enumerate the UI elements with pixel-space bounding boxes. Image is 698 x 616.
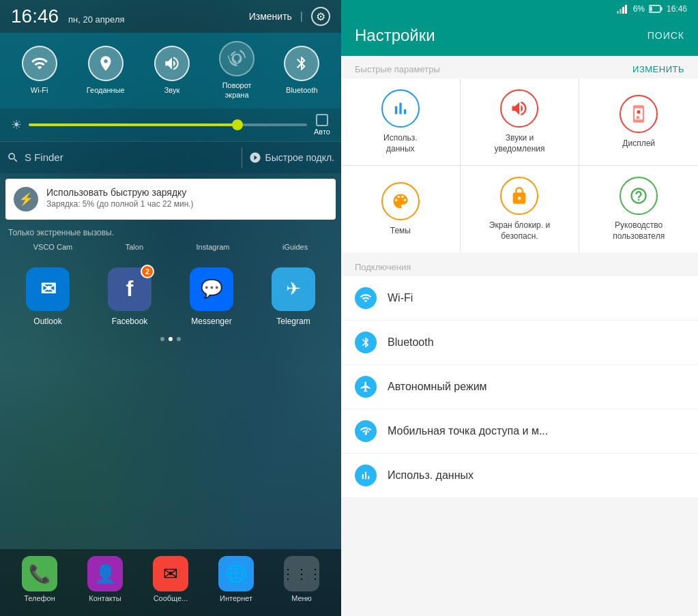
app-outlook[interactable]: ✉ Outlook xyxy=(17,267,78,326)
notification-subtitle: Зарядка: 5% (до полной 1 час 22 мин.) xyxy=(46,199,328,209)
dock-contacts[interactable]: 👤 Контакты xyxy=(87,556,123,602)
search-button[interactable]: ПОИСК xyxy=(648,30,684,41)
lockscreen-label: Экран блокир. ибезопасн. xyxy=(489,220,550,241)
connections-section: Подключения Wi-Fi Bluetooth Автономный р… xyxy=(341,252,698,498)
quick-params-label: Быстрые параметры ИЗМЕНИТЬ xyxy=(341,56,698,78)
edit-quick-params[interactable]: ИЗМЕНИТЬ xyxy=(632,64,684,74)
menu-icon: ⋮⋮⋮ xyxy=(284,556,319,591)
sfinder-button[interactable]: S Finder xyxy=(7,151,235,164)
toggle-geo[interactable]: Геоданные xyxy=(87,46,125,95)
rotate-toggle-label: Поворотэкрана xyxy=(222,80,252,100)
toggle-wifi[interactable]: Wi-Fi xyxy=(22,46,57,95)
bluetooth-toggle-label: Bluetooth xyxy=(286,85,317,95)
app-facebook[interactable]: f 2 Facebook xyxy=(99,267,160,326)
rotate-icon xyxy=(219,41,255,76)
display-icon xyxy=(620,95,658,133)
battery-percent: 6% xyxy=(633,4,645,14)
param-themes[interactable]: Темы xyxy=(341,166,460,252)
gear-icon[interactable]: ⚙ xyxy=(311,7,330,26)
iguides-label: iGuides xyxy=(282,243,308,251)
svg-rect-2 xyxy=(622,7,624,14)
charge-icon: ⚡ xyxy=(14,187,38,211)
data-conn-label: Использ. данных xyxy=(388,469,474,482)
page-dots xyxy=(0,333,341,345)
facebook-icon: f 2 xyxy=(108,267,151,311)
param-guide[interactable]: Руководствопользователя xyxy=(579,166,698,252)
telegram-label: Telegram xyxy=(276,317,310,326)
guide-icon xyxy=(620,177,658,215)
status-bar-right: 6% 16:46 xyxy=(341,0,698,18)
messenger-icon: 💬 xyxy=(190,267,233,311)
auto-checkbox[interactable] xyxy=(316,114,328,126)
bluetooth-conn-icon xyxy=(355,332,377,353)
contacts-icon: 👤 xyxy=(87,556,123,591)
geo-toggle-label: Геоданные xyxy=(87,85,125,95)
connections-label: Подключения xyxy=(341,252,698,276)
connection-hotspot[interactable]: Мобильная точка доступа и м... xyxy=(341,409,698,454)
connection-data[interactable]: Использ. данных xyxy=(341,454,698,498)
toggle-rotate[interactable]: Поворотэкрана xyxy=(219,41,255,100)
sound-icon xyxy=(154,46,190,81)
outlook-icon: ✉ xyxy=(26,267,70,311)
wifi-conn-label: Wi-Fi xyxy=(388,292,413,304)
hotspot-conn-label: Мобильная точка доступа и м... xyxy=(388,425,548,437)
quick-connect-button[interactable]: Быстрое подкл. xyxy=(249,151,334,164)
lockscreen-icon xyxy=(500,177,538,215)
phone-icon: 📞 xyxy=(22,556,57,591)
bluetooth-icon-left xyxy=(284,46,319,81)
top-apps-row: VSCO Cam Talon Instagram iGuides xyxy=(0,240,341,254)
toggle-sound[interactable]: Звук xyxy=(154,46,190,95)
notification-text: Использовать быструю зарядку Зарядка: 5%… xyxy=(46,187,328,209)
battery-icon xyxy=(649,5,663,13)
bottom-dock: 📞 Телефон 👤 Контакты ✉ Сообще... 🌐 Интер… xyxy=(0,549,341,616)
param-data-usage[interactable]: Использ.данных xyxy=(341,78,460,165)
edit-button-left[interactable]: Изменить xyxy=(249,11,292,22)
themes-label: Темы xyxy=(390,226,411,237)
data-conn-icon xyxy=(355,465,377,486)
facebook-label: Facebook xyxy=(112,317,148,326)
dot-1 xyxy=(160,337,164,341)
dock-internet[interactable]: 🌐 Интернет xyxy=(218,556,254,602)
sfinder-label: S Finder xyxy=(25,151,63,163)
connection-airplane[interactable]: Автономный режим xyxy=(341,365,698,409)
right-panel: 6% 16:46 Настройки ПОИСК Быстрые парамет… xyxy=(341,0,698,616)
wifi-toggle-label: Wi-Fi xyxy=(31,85,48,95)
search-row: S Finder Быстрое подкл. xyxy=(0,141,341,173)
status-icons: 6% 16:46 xyxy=(617,4,687,14)
display-label: Дисплей xyxy=(622,138,655,149)
svg-rect-5 xyxy=(660,8,662,11)
data-usage-label: Использ.данных xyxy=(383,133,418,154)
connection-bluetooth[interactable]: Bluetooth xyxy=(341,321,698,365)
connection-wifi[interactable]: Wi-Fi xyxy=(341,276,698,321)
toggle-bluetooth[interactable]: Bluetooth xyxy=(284,46,319,95)
dock-phone[interactable]: 📞 Телефон xyxy=(22,556,57,602)
notification-card[interactable]: ⚡ Использовать быструю зарядку Зарядка: … xyxy=(5,179,336,220)
brightness-slider[interactable] xyxy=(29,123,307,126)
data-usage-icon xyxy=(381,89,420,128)
internet-label: Интернет xyxy=(220,594,252,602)
dock-sms[interactable]: ✉ Сообще... xyxy=(153,556,188,602)
svg-rect-6 xyxy=(650,7,652,12)
sms-label: Сообще... xyxy=(154,594,188,602)
wifi-conn-icon xyxy=(355,287,377,309)
sound-toggle-label: Звук xyxy=(164,85,180,95)
bluetooth-conn-label: Bluetooth xyxy=(388,336,434,349)
menu-label: Меню xyxy=(291,594,312,602)
status-bar-left: 16:46 пн, 20 апреля Изменить | ⚙ xyxy=(0,0,341,33)
app-messenger[interactable]: 💬 Messenger xyxy=(181,267,242,326)
param-sounds[interactable]: Звуки иуведомления xyxy=(461,78,579,165)
brightness-row: ☀ Авто xyxy=(0,108,341,141)
brightness-fill xyxy=(29,123,237,126)
contacts-label: Контакты xyxy=(89,594,121,602)
app-telegram[interactable]: ✈ Telegram xyxy=(263,267,324,326)
airplane-conn-label: Автономный режим xyxy=(388,381,487,393)
time-left: 16:46 xyxy=(11,5,59,27)
param-lockscreen[interactable]: Экран блокир. ибезопасн. xyxy=(461,166,579,252)
dock-menu[interactable]: ⋮⋮⋮ Меню xyxy=(284,556,319,602)
sounds-icon xyxy=(500,89,538,128)
quick-toggles: Wi-Fi Геоданные Звук Поворотэкрана xyxy=(0,33,341,108)
auto-checkbox-container[interactable]: Авто xyxy=(314,114,330,136)
param-display[interactable]: Дисплей xyxy=(579,78,698,165)
vsco-label: VSCO Cam xyxy=(33,243,72,251)
settings-title: Настройки xyxy=(355,26,435,45)
